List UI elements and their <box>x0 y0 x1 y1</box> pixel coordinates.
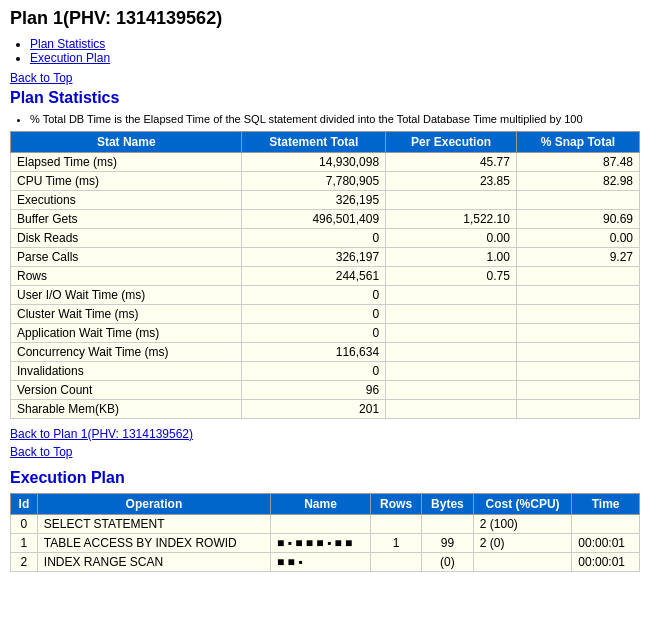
stat-per-cell: 0.75 <box>386 267 517 286</box>
plan-link-statistics[interactable]: Plan Statistics <box>30 37 640 51</box>
exec-id-cell: 0 <box>11 515 38 534</box>
exec-bytes-cell <box>422 515 474 534</box>
stat-name-cell: Disk Reads <box>11 229 242 248</box>
exec-rows-cell <box>371 553 422 572</box>
back-to-top-link[interactable]: Back to Top <box>10 71 72 85</box>
exec-id-cell: 1 <box>11 534 38 553</box>
stats-row: Disk Reads00.000.00 <box>11 229 640 248</box>
exec-cost-cell: 2 (0) <box>473 534 572 553</box>
stat-snap-cell: 90.69 <box>516 210 639 229</box>
stat-snap-cell: 0.00 <box>516 229 639 248</box>
exec-row: 1TABLE ACCESS BY INDEX ROWID■ ▪ ■ ■ ■ ▪ … <box>11 534 640 553</box>
col-statement-total: Statement Total <box>242 132 386 153</box>
stat-per-cell: 1.00 <box>386 248 517 267</box>
stats-row: Elapsed Time (ms)14,930,09845.7787.48 <box>11 153 640 172</box>
exec-col-cost: Cost (%CPU) <box>473 494 572 515</box>
col-per-execution: Per Execution <box>386 132 517 153</box>
stat-total-cell: 7,780,905 <box>242 172 386 191</box>
plan-statistics-link[interactable]: Plan Statistics <box>30 37 105 51</box>
exec-col-operation: Operation <box>37 494 270 515</box>
plan-statistics-heading: Plan Statistics <box>10 89 640 107</box>
stat-total-cell: 201 <box>242 400 386 419</box>
execution-plan-table: Id Operation Name Rows Bytes Cost (%CPU)… <box>10 493 640 572</box>
exec-time-cell <box>572 515 640 534</box>
exec-row: 0SELECT STATEMENT 2 (100) <box>11 515 640 534</box>
stats-row: Executions326,195 <box>11 191 640 210</box>
stats-row: Buffer Gets496,501,4091,522.1090.69 <box>11 210 640 229</box>
stats-row: User I/O Wait Time (ms)0 <box>11 286 640 305</box>
stat-per-cell <box>386 400 517 419</box>
stat-total-cell: 0 <box>242 229 386 248</box>
stat-name-cell: Sharable Mem(KB) <box>11 400 242 419</box>
stats-row: Rows244,5610.75 <box>11 267 640 286</box>
page-title: Plan 1(PHV: 1314139562) <box>10 8 640 29</box>
stat-snap-cell: 87.48 <box>516 153 639 172</box>
stat-per-cell <box>386 362 517 381</box>
stat-total-cell: 116,634 <box>242 343 386 362</box>
exec-operation-cell: INDEX RANGE SCAN <box>37 553 270 572</box>
stat-snap-cell <box>516 286 639 305</box>
stat-snap-cell <box>516 362 639 381</box>
exec-col-id: Id <box>11 494 38 515</box>
back-to-top-link-2[interactable]: Back to Top <box>10 445 72 459</box>
statistics-table: Stat Name Statement Total Per Execution … <box>10 131 640 419</box>
exec-name-cell <box>271 515 371 534</box>
exec-cost-cell <box>473 553 572 572</box>
plan-link-execution[interactable]: Execution Plan <box>30 51 640 65</box>
stat-name-cell: Concurrency Wait Time (ms) <box>11 343 242 362</box>
exec-col-bytes: Bytes <box>422 494 474 515</box>
stats-row: Application Wait Time (ms)0 <box>11 324 640 343</box>
stat-name-cell: Executions <box>11 191 242 210</box>
stat-snap-cell <box>516 324 639 343</box>
exec-bytes-cell: 99 <box>422 534 474 553</box>
execution-plan-link[interactable]: Execution Plan <box>30 51 110 65</box>
plan-links: Plan Statistics Execution Plan <box>10 37 640 65</box>
stat-total-cell: 326,197 <box>242 248 386 267</box>
exec-name-cell: ■ ▪ ■ ■ ■ ▪ ■ ■ <box>271 534 371 553</box>
exec-name-cell: ■ ■ ▪ <box>271 553 371 572</box>
stat-snap-cell <box>516 343 639 362</box>
note-text: % Total DB Time is the Elapsed Time of t… <box>30 113 640 125</box>
back-links-section: Back to Plan 1(PHV: 1314139562) Back to … <box>10 427 640 463</box>
stats-row: Cluster Wait Time (ms)0 <box>11 305 640 324</box>
stat-per-cell <box>386 381 517 400</box>
stat-name-cell: Elapsed Time (ms) <box>11 153 242 172</box>
exec-col-time: Time <box>572 494 640 515</box>
exec-rows-cell <box>371 515 422 534</box>
stat-name-cell: Invalidations <box>11 362 242 381</box>
stat-name-cell: Parse Calls <box>11 248 242 267</box>
exec-col-name: Name <box>271 494 371 515</box>
stats-row: CPU Time (ms)7,780,90523.8582.98 <box>11 172 640 191</box>
stat-per-cell: 1,522.10 <box>386 210 517 229</box>
exec-time-cell: 00:00:01 <box>572 553 640 572</box>
col-snap-total: % Snap Total <box>516 132 639 153</box>
stat-total-cell: 0 <box>242 324 386 343</box>
stat-per-cell <box>386 191 517 210</box>
back-to-plan-link[interactable]: Back to Plan 1(PHV: 1314139562) <box>10 427 193 441</box>
stat-name-cell: CPU Time (ms) <box>11 172 242 191</box>
stats-row: Invalidations0 <box>11 362 640 381</box>
stat-name-cell: Application Wait Time (ms) <box>11 324 242 343</box>
stats-header-row: Stat Name Statement Total Per Execution … <box>11 132 640 153</box>
stat-total-cell: 326,195 <box>242 191 386 210</box>
col-stat-name: Stat Name <box>11 132 242 153</box>
stat-snap-cell <box>516 305 639 324</box>
stat-total-cell: 0 <box>242 286 386 305</box>
stat-total-cell: 14,930,098 <box>242 153 386 172</box>
stat-per-cell <box>386 305 517 324</box>
stat-snap-cell <box>516 267 639 286</box>
stats-row: Parse Calls326,1971.009.27 <box>11 248 640 267</box>
stat-name-cell: User I/O Wait Time (ms) <box>11 286 242 305</box>
stat-per-cell <box>386 343 517 362</box>
stat-per-cell: 45.77 <box>386 153 517 172</box>
stat-total-cell: 96 <box>242 381 386 400</box>
exec-rows-cell: 1 <box>371 534 422 553</box>
stat-name-cell: Buffer Gets <box>11 210 242 229</box>
stat-snap-cell <box>516 400 639 419</box>
exec-cost-cell: 2 (100) <box>473 515 572 534</box>
stat-snap-cell: 9.27 <box>516 248 639 267</box>
stats-row: Sharable Mem(KB)201 <box>11 400 640 419</box>
exec-bytes-cell: (0) <box>422 553 474 572</box>
stat-per-cell: 23.85 <box>386 172 517 191</box>
stat-per-cell: 0.00 <box>386 229 517 248</box>
